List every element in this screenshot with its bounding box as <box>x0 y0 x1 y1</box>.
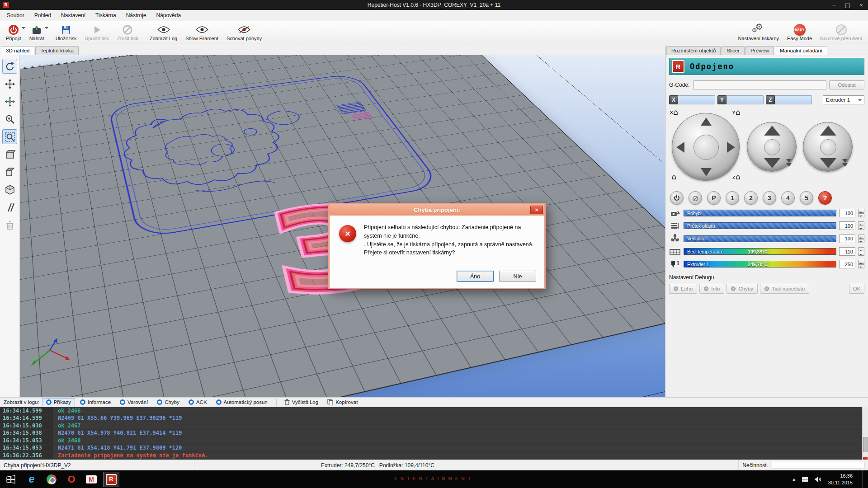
fan-value[interactable]: 100 <box>839 235 855 243</box>
z-fast-move-icon[interactable] <box>786 159 792 167</box>
easy-mode-button[interactable]: EASY Easy Mode <box>783 21 816 45</box>
axis-x-position[interactable]: X <box>669 95 715 104</box>
fan-spinner[interactable] <box>858 235 864 243</box>
extruder-jog-knob[interactable] <box>820 139 836 155</box>
jog-y-minus-arrow[interactable] <box>701 168 712 176</box>
bed-temp-target[interactable]: 110 <box>839 247 855 256</box>
speaker-icon[interactable] <box>814 476 821 483</box>
menu-item-pohled[interactable]: Pohled <box>29 10 56 20</box>
log-output[interactable]: 16:34:14.599ok 2466 16:34:14.599N2469 G1… <box>0 407 868 460</box>
tab-temperature-curve[interactable]: Teplotní křivka <box>35 46 79 55</box>
debug-dry-run-button[interactable]: Tisk nanečisto <box>760 284 809 294</box>
tab-slicer[interactable]: Slicer <box>722 46 745 55</box>
debug-info-button[interactable]: Info <box>699 284 724 294</box>
power-button[interactable] <box>670 191 684 205</box>
jog-z-minus-arrow[interactable] <box>764 158 780 168</box>
menu-item-soubor[interactable]: Soubor <box>2 10 29 20</box>
save-print-button[interactable]: Uložit tisk <box>52 21 81 45</box>
filter-autoscroll-button[interactable]: Automatický posun <box>212 398 272 406</box>
preset-5-button[interactable]: 5 <box>800 191 813 205</box>
taskbar-ie-icon[interactable]: e <box>24 472 40 487</box>
filter-errors-button[interactable]: Chyby <box>153 398 184 406</box>
move-object-button[interactable] <box>2 94 17 109</box>
preset-3-button[interactable]: 3 <box>763 191 776 205</box>
hide-moves-button[interactable]: Schovat pohyby <box>222 21 266 45</box>
show-hidden-icons-button[interactable]: ▲ <box>793 477 796 482</box>
delete-object-button[interactable] <box>2 217 17 232</box>
window-close-button[interactable]: × <box>854 0 868 10</box>
view-iso-button[interactable] <box>2 182 17 197</box>
load-button[interactable]: Nahrát <box>25 21 48 45</box>
filter-commands-button[interactable]: Příkazy <box>42 398 75 406</box>
home-z-button[interactable]: Z ⌂ <box>731 172 742 182</box>
retract-arrow[interactable] <box>820 126 836 136</box>
cancel-print-button[interactable]: Zrušit tisk <box>113 21 142 45</box>
show-log-button[interactable]: Zobrazit Log <box>146 21 181 45</box>
z-jog-knob[interactable] <box>764 139 780 155</box>
copy-log-button[interactable]: Kopírovat <box>323 398 362 407</box>
move-view-button[interactable] <box>2 76 17 91</box>
extruder-temp-target[interactable]: 250 <box>839 260 855 268</box>
view-front-button[interactable] <box>2 147 17 162</box>
connect-button[interactable]: Připojit <box>2 21 25 45</box>
menu-item-tiskarna[interactable]: Tiskárna <box>90 10 121 20</box>
clear-log-button[interactable]: Vyčistit Log <box>280 398 322 407</box>
flow-slider[interactable]: Průtok plastu <box>684 222 836 229</box>
jog-x-plus-arrow[interactable] <box>727 142 735 153</box>
parallel-projection-button[interactable] <box>2 200 17 215</box>
dialog-close-button[interactable]: × <box>530 206 543 214</box>
zoom-button[interactable] <box>2 112 17 127</box>
tab-manual-control[interactable]: Manuální ovládání <box>775 46 827 55</box>
debug-errors-button[interactable]: Chyby <box>726 284 758 294</box>
connect-dropdown-caret[interactable] <box>22 27 25 31</box>
menu-item-nastroje[interactable]: Nástroje <box>121 10 151 20</box>
home-all-button[interactable]: ⌂ <box>668 172 680 182</box>
dialog-no-button[interactable]: Nie <box>499 271 536 282</box>
menu-item-nastaveni[interactable]: Nastavení <box>56 10 90 20</box>
fan-slider[interactable]: Ventilátor <box>684 235 836 242</box>
preset-2-button[interactable]: 2 <box>744 191 758 205</box>
load-dropdown-caret[interactable] <box>45 27 48 31</box>
extrude-arrow[interactable] <box>820 158 836 168</box>
start-button[interactable] <box>0 470 22 488</box>
home-x-button[interactable]: X ⌂ <box>668 107 680 117</box>
dialog-yes-button[interactable]: Áno <box>457 271 494 282</box>
extruder-jog-pad[interactable] <box>803 122 853 172</box>
axis-z-position[interactable]: Z <box>766 95 812 104</box>
speed-slider[interactable]: Pohyb <box>684 210 836 216</box>
network-icon[interactable] <box>802 476 808 482</box>
log-scrollbar[interactable] <box>862 407 868 460</box>
park-button[interactable]: P <box>707 191 721 205</box>
filter-warnings-button[interactable]: Varování <box>116 398 152 406</box>
jog-y-plus-arrow[interactable] <box>701 117 712 126</box>
flow-spinner[interactable] <box>858 221 864 230</box>
jog-x-minus-arrow[interactable] <box>676 142 684 153</box>
emergency-stop-button[interactable]: Nouzové přerušení <box>816 21 866 45</box>
taskbar-opera-icon[interactable]: O <box>63 472 80 487</box>
taskbar-repetier-icon[interactable]: R <box>103 472 119 487</box>
tab-object-placement[interactable]: Rozmístění objektů <box>666 46 721 55</box>
tab-3d-view[interactable]: 3D náhled <box>1 46 34 55</box>
home-y-button[interactable]: Y ⌂ <box>731 107 742 117</box>
gcode-input[interactable] <box>693 80 826 89</box>
filter-info-button[interactable]: Informace <box>76 398 115 406</box>
speed-spinner[interactable] <box>858 209 864 217</box>
xy-jog-pad[interactable] <box>672 113 740 181</box>
show-desktop-button[interactable] <box>862 470 866 488</box>
taskbar-clock[interactable]: 16:36 30.11.2015 <box>828 473 853 486</box>
extrude-fast-icon[interactable] <box>842 159 848 167</box>
dialog-title-bar[interactable]: Chyba připojení: × <box>330 204 544 216</box>
xy-jog-knob[interactable] <box>693 135 719 160</box>
speed-value[interactable]: 100 <box>839 209 855 217</box>
z-jog-pad[interactable] <box>747 122 797 172</box>
tab-preview[interactable]: Preview <box>745 46 774 55</box>
show-filament-button[interactable]: Show Filament <box>181 21 222 45</box>
printer-settings-button[interactable]: ⚙ ⚙ Nastavení tiskárny <box>734 21 783 45</box>
start-print-button[interactable]: Spustit tisk <box>81 21 113 45</box>
preset-4-button[interactable]: 4 <box>781 191 795 205</box>
extruder-temp-spinner[interactable] <box>858 260 864 268</box>
atx-off-button[interactable]: ⊘ <box>689 191 702 205</box>
jog-z-plus-arrow[interactable] <box>764 126 780 136</box>
flow-value[interactable]: 100 <box>839 221 855 230</box>
bed-temp-spinner[interactable] <box>858 247 864 256</box>
